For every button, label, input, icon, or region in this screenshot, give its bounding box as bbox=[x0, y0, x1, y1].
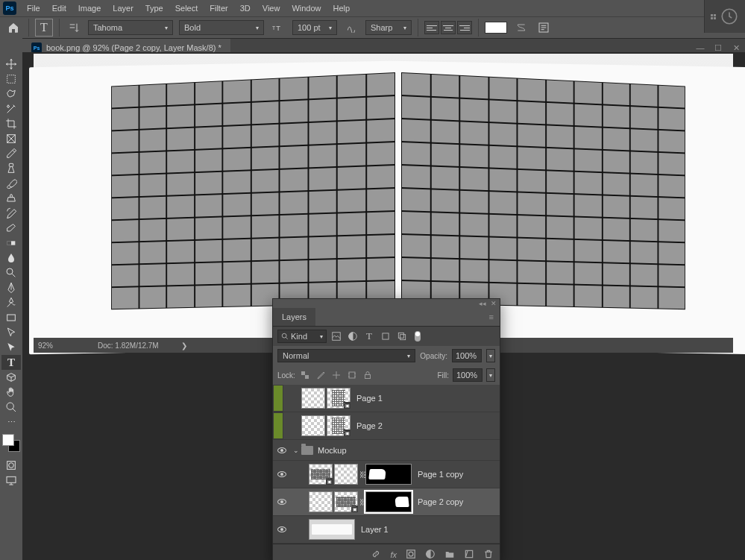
healing-brush-tool[interactable] bbox=[1, 161, 21, 176]
opacity-dropdown[interactable]: ▾ bbox=[486, 349, 495, 362]
filter-adjustment-icon[interactable] bbox=[346, 330, 359, 343]
add-mask-icon[interactable] bbox=[406, 549, 416, 561]
layer-thumbnail[interactable]: ▣ bbox=[327, 388, 351, 409]
layer-thumbnail[interactable]: ▣ bbox=[327, 415, 351, 436]
zoom-tool[interactable] bbox=[1, 400, 21, 415]
new-group-icon[interactable] bbox=[444, 549, 455, 561]
collapse-panel-icon[interactable]: ◂◂ bbox=[479, 300, 486, 307]
layer-thumbnail[interactable] bbox=[334, 464, 358, 485]
filter-type-icon[interactable]: T bbox=[362, 330, 376, 343]
history-brush-tool[interactable] bbox=[1, 206, 21, 221]
link-mask-icon[interactable]: ⛓ bbox=[359, 498, 365, 506]
rectangle-tool[interactable] bbox=[1, 310, 21, 325]
layer-thumbnail[interactable] bbox=[301, 388, 325, 409]
layer-item[interactable]: ▣ ⛓ Page 1 copy bbox=[273, 461, 500, 488]
layer-thumbnail[interactable]: ▣ bbox=[334, 491, 358, 512]
direct-selection-tool[interactable] bbox=[1, 340, 21, 355]
expand-toggle[interactable]: ⌄ bbox=[291, 447, 301, 454]
zoom-level[interactable]: 92% bbox=[38, 342, 75, 350]
new-layer-icon[interactable] bbox=[464, 549, 474, 561]
layer-name[interactable]: Layer 1 bbox=[361, 525, 389, 534]
eraser-tool[interactable] bbox=[1, 221, 21, 236]
character-panel-button[interactable] bbox=[535, 19, 552, 36]
marquee-tool[interactable] bbox=[1, 72, 21, 86]
lock-position-icon[interactable] bbox=[330, 369, 342, 381]
mask-thumbnail[interactable] bbox=[365, 464, 412, 485]
edit-toolbar[interactable]: ⋯ bbox=[1, 415, 21, 430]
type-tool[interactable]: T bbox=[1, 355, 21, 370]
menu-3d[interactable]: 3D bbox=[234, 1, 257, 16]
link-mask-icon[interactable]: ⛓ bbox=[359, 471, 365, 479]
link-layers-icon[interactable] bbox=[371, 549, 381, 561]
doc-info[interactable]: Doc: 1.82M/12.7M bbox=[90, 342, 166, 350]
visibility-toggle[interactable] bbox=[273, 526, 291, 532]
align-left-button[interactable] bbox=[424, 21, 439, 34]
filter-smartobject-icon[interactable] bbox=[395, 330, 409, 343]
text-color-swatch[interactable] bbox=[485, 22, 507, 34]
menu-window[interactable]: Window bbox=[286, 1, 327, 16]
crop-tool[interactable] bbox=[1, 116, 21, 131]
layer-name[interactable]: Page 2 copy bbox=[418, 497, 463, 506]
layer-group[interactable]: ⌄ Mockup bbox=[273, 440, 500, 461]
move-tool[interactable] bbox=[1, 57, 21, 72]
dodge-tool[interactable] bbox=[1, 265, 21, 280]
frame-tool[interactable] bbox=[1, 131, 21, 146]
layer-item[interactable]: ▣ Page 1 bbox=[273, 385, 500, 412]
foreground-background-colors[interactable] bbox=[2, 434, 20, 452]
blend-mode-select[interactable]: Normal bbox=[277, 349, 415, 362]
menu-select[interactable]: Select bbox=[169, 1, 204, 16]
fill-dropdown[interactable]: ▾ bbox=[486, 368, 495, 382]
layer-item[interactable]: Layer 1 bbox=[273, 516, 500, 544]
layer-style-icon[interactable]: fx bbox=[390, 550, 397, 559]
menu-view[interactable]: View bbox=[257, 1, 286, 16]
clone-stamp-tool[interactable] bbox=[1, 191, 21, 206]
layer-thumbnail[interactable] bbox=[301, 415, 325, 436]
anti-alias-select[interactable]: Sharp bbox=[365, 20, 412, 35]
freeform-pen-tool[interactable] bbox=[1, 295, 21, 310]
menu-edit[interactable]: Edit bbox=[46, 1, 72, 16]
artboard-indicator[interactable] bbox=[273, 385, 283, 412]
filter-toggle[interactable] bbox=[415, 331, 421, 342]
menu-filter[interactable]: Filter bbox=[204, 1, 233, 16]
font-weight-select[interactable]: Bold bbox=[179, 20, 264, 35]
align-center-button[interactable] bbox=[441, 21, 456, 34]
layer-thumbnail[interactable]: ▣ bbox=[309, 464, 333, 485]
3d-tool[interactable] bbox=[1, 370, 21, 385]
align-right-button[interactable] bbox=[457, 21, 472, 34]
layer-name[interactable]: Page 1 bbox=[356, 394, 383, 403]
layer-item[interactable]: ▣ ⛓ Page 2 copy bbox=[273, 488, 500, 516]
menu-file[interactable]: File bbox=[21, 1, 46, 16]
gradient-tool[interactable] bbox=[1, 236, 21, 251]
filter-shape-icon[interactable] bbox=[379, 330, 392, 343]
filter-kind-select[interactable]: Kind bbox=[277, 330, 327, 343]
layer-name[interactable]: Mockup bbox=[318, 446, 347, 455]
artboard-indicator[interactable] bbox=[273, 412, 283, 439]
brush-tool[interactable] bbox=[1, 176, 21, 191]
font-family-select[interactable]: Tahoma bbox=[88, 20, 173, 35]
panel-menu-icon[interactable]: ≡ bbox=[483, 312, 500, 321]
lock-transparency-icon[interactable] bbox=[299, 369, 311, 381]
menu-type[interactable]: Type bbox=[139, 1, 169, 16]
lasso-tool[interactable] bbox=[1, 86, 21, 101]
layer-thumbnail[interactable] bbox=[309, 491, 333, 512]
screen-mode-toggle[interactable] bbox=[1, 473, 21, 488]
layer-name[interactable]: Page 2 bbox=[356, 421, 383, 430]
layer-thumbnail[interactable] bbox=[309, 519, 355, 540]
warp-text-button[interactable] bbox=[513, 19, 529, 36]
text-orientation-toggle[interactable] bbox=[66, 19, 82, 36]
foreground-color[interactable] bbox=[2, 434, 14, 446]
status-arrow-icon[interactable]: ❯ bbox=[181, 342, 187, 350]
lock-all-icon[interactable] bbox=[362, 369, 374, 381]
blur-tool[interactable] bbox=[1, 251, 21, 265]
menu-image[interactable]: Image bbox=[72, 1, 107, 16]
path-selection-tool[interactable] bbox=[1, 325, 21, 340]
fill-input[interactable]: 100% bbox=[453, 368, 482, 382]
visibility-toggle[interactable] bbox=[273, 447, 291, 453]
pen-tool[interactable] bbox=[1, 280, 21, 295]
eyedropper-tool[interactable] bbox=[1, 146, 21, 161]
lock-artboard-icon[interactable] bbox=[346, 369, 358, 381]
quick-mask-toggle[interactable] bbox=[1, 458, 21, 473]
menu-help[interactable]: Help bbox=[327, 1, 356, 16]
menu-layer[interactable]: Layer bbox=[107, 1, 139, 16]
lock-pixels-icon[interactable] bbox=[315, 369, 327, 381]
